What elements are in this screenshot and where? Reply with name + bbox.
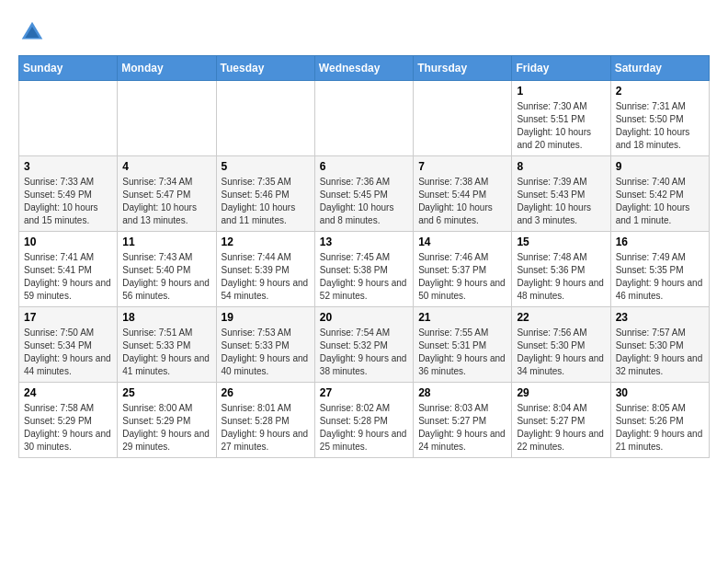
day-info: Sunrise: 7:34 AMSunset: 5:47 PMDaylight:… (122, 176, 210, 227)
day-info: Sunrise: 7:57 AMSunset: 5:30 PMDaylight:… (616, 327, 704, 378)
calendar-day: 2 Sunrise: 7:31 AMSunset: 5:50 PMDayligh… (610, 81, 709, 156)
calendar-day: 10 Sunrise: 7:41 AMSunset: 5:41 PMDaylig… (19, 232, 118, 307)
day-info: Sunrise: 8:02 AMSunset: 5:28 PMDaylight:… (320, 402, 408, 454)
day-info: Sunrise: 7:39 AMSunset: 5:43 PMDaylight:… (517, 176, 605, 227)
calendar-day: 9 Sunrise: 7:40 AMSunset: 5:42 PMDayligh… (610, 156, 709, 232)
calendar-day: 18 Sunrise: 7:51 AMSunset: 5:33 PMDaylig… (118, 307, 216, 383)
calendar-day: 16 Sunrise: 7:49 AMSunset: 5:35 PMDaylig… (610, 232, 709, 307)
weekday-header-wednesday: Wednesday (314, 56, 413, 81)
day-number: 14 (418, 236, 506, 248)
calendar-week-1: 3 Sunrise: 7:33 AMSunset: 5:49 PMDayligh… (19, 156, 710, 232)
page-header (18, 18, 710, 46)
calendar-day: 14 Sunrise: 7:46 AMSunset: 5:37 PMDaylig… (414, 232, 512, 307)
day-number: 17 (24, 311, 112, 324)
calendar-week-0: 1 Sunrise: 7:30 AMSunset: 5:51 PMDayligh… (19, 81, 710, 156)
day-number: 15 (517, 236, 605, 248)
calendar-day: 27 Sunrise: 8:02 AMSunset: 5:28 PMDaylig… (314, 383, 413, 458)
calendar-table: SundayMondayTuesdayWednesdayThursdayFrid… (18, 55, 710, 458)
day-info: Sunrise: 7:58 AMSunset: 5:29 PMDaylight:… (24, 402, 112, 454)
calendar-day (414, 81, 512, 156)
calendar-day: 29 Sunrise: 8:04 AMSunset: 5:27 PMDaylig… (512, 383, 610, 458)
calendar-week-4: 24 Sunrise: 7:58 AMSunset: 5:29 PMDaylig… (19, 383, 710, 458)
day-info: Sunrise: 7:38 AMSunset: 5:44 PMDaylight:… (418, 176, 506, 227)
calendar-day: 7 Sunrise: 7:38 AMSunset: 5:44 PMDayligh… (414, 156, 512, 232)
day-number: 24 (24, 386, 112, 399)
day-number: 25 (122, 386, 210, 399)
day-number: 27 (320, 386, 408, 399)
logo-icon (18, 18, 46, 46)
day-info: Sunrise: 7:35 AMSunset: 5:46 PMDaylight:… (222, 176, 310, 227)
day-info: Sunrise: 7:31 AMSunset: 5:50 PMDaylight:… (616, 100, 704, 152)
day-info: Sunrise: 7:55 AMSunset: 5:31 PMDaylight:… (418, 327, 506, 378)
day-info: Sunrise: 8:05 AMSunset: 5:26 PMDaylight:… (616, 402, 704, 454)
calendar-week-3: 17 Sunrise: 7:50 AMSunset: 5:34 PMDaylig… (19, 307, 710, 383)
calendar-header: SundayMondayTuesdayWednesdayThursdayFrid… (19, 56, 710, 81)
calendar-day (314, 81, 413, 156)
day-info: Sunrise: 7:45 AMSunset: 5:38 PMDaylight:… (320, 251, 408, 303)
calendar-body: 1 Sunrise: 7:30 AMSunset: 5:51 PMDayligh… (19, 81, 710, 458)
day-number: 5 (222, 160, 310, 173)
day-number: 11 (122, 236, 210, 248)
day-number: 4 (122, 160, 210, 173)
day-number: 23 (616, 311, 704, 324)
calendar-day: 25 Sunrise: 8:00 AMSunset: 5:29 PMDaylig… (118, 383, 216, 458)
day-info: Sunrise: 7:50 AMSunset: 5:34 PMDaylight:… (24, 327, 112, 378)
calendar-day: 26 Sunrise: 8:01 AMSunset: 5:28 PMDaylig… (216, 383, 314, 458)
calendar-day: 4 Sunrise: 7:34 AMSunset: 5:47 PMDayligh… (118, 156, 216, 232)
calendar-day: 11 Sunrise: 7:43 AMSunset: 5:40 PMDaylig… (118, 232, 216, 307)
logo (18, 18, 50, 46)
day-info: Sunrise: 7:54 AMSunset: 5:32 PMDaylight:… (320, 327, 408, 378)
day-info: Sunrise: 8:03 AMSunset: 5:27 PMDaylight:… (418, 402, 506, 454)
weekday-header-tuesday: Tuesday (216, 56, 314, 81)
day-info: Sunrise: 7:51 AMSunset: 5:33 PMDaylight:… (122, 327, 210, 378)
day-number: 7 (418, 160, 506, 173)
calendar-day: 5 Sunrise: 7:35 AMSunset: 5:46 PMDayligh… (216, 156, 314, 232)
day-number: 1 (517, 85, 605, 98)
day-number: 16 (616, 236, 704, 248)
day-number: 30 (616, 386, 704, 399)
calendar-day: 3 Sunrise: 7:33 AMSunset: 5:49 PMDayligh… (19, 156, 118, 232)
calendar-day: 12 Sunrise: 7:44 AMSunset: 5:39 PMDaylig… (216, 232, 314, 307)
calendar-day: 28 Sunrise: 8:03 AMSunset: 5:27 PMDaylig… (414, 383, 512, 458)
day-number: 10 (24, 236, 112, 248)
calendar-day: 24 Sunrise: 7:58 AMSunset: 5:29 PMDaylig… (19, 383, 118, 458)
calendar-day: 15 Sunrise: 7:48 AMSunset: 5:36 PMDaylig… (512, 232, 610, 307)
day-number: 22 (517, 311, 605, 324)
weekday-header-monday: Monday (118, 56, 216, 81)
calendar-day: 1 Sunrise: 7:30 AMSunset: 5:51 PMDayligh… (512, 81, 610, 156)
calendar-day (118, 81, 216, 156)
calendar-day: 13 Sunrise: 7:45 AMSunset: 5:38 PMDaylig… (314, 232, 413, 307)
calendar-day: 6 Sunrise: 7:36 AMSunset: 5:45 PMDayligh… (314, 156, 413, 232)
weekday-header-sunday: Sunday (19, 56, 118, 81)
weekday-header-thursday: Thursday (414, 56, 512, 81)
day-number: 8 (517, 160, 605, 173)
calendar-day (216, 81, 314, 156)
calendar-week-2: 10 Sunrise: 7:41 AMSunset: 5:41 PMDaylig… (19, 232, 710, 307)
day-number: 3 (24, 160, 112, 173)
weekday-header-row: SundayMondayTuesdayWednesdayThursdayFrid… (19, 56, 710, 81)
weekday-header-saturday: Saturday (610, 56, 709, 81)
day-number: 13 (320, 236, 408, 248)
day-info: Sunrise: 7:36 AMSunset: 5:45 PMDaylight:… (320, 176, 408, 227)
calendar-day: 22 Sunrise: 7:56 AMSunset: 5:30 PMDaylig… (512, 307, 610, 383)
day-number: 26 (222, 386, 310, 399)
day-number: 12 (222, 236, 310, 248)
day-info: Sunrise: 7:48 AMSunset: 5:36 PMDaylight:… (517, 251, 605, 303)
calendar-day: 23 Sunrise: 7:57 AMSunset: 5:30 PMDaylig… (610, 307, 709, 383)
day-info: Sunrise: 8:00 AMSunset: 5:29 PMDaylight:… (122, 402, 210, 454)
day-info: Sunrise: 8:01 AMSunset: 5:28 PMDaylight:… (222, 402, 310, 454)
calendar-day: 21 Sunrise: 7:55 AMSunset: 5:31 PMDaylig… (414, 307, 512, 383)
day-number: 19 (222, 311, 310, 324)
day-info: Sunrise: 7:56 AMSunset: 5:30 PMDaylight:… (517, 327, 605, 378)
calendar-day: 8 Sunrise: 7:39 AMSunset: 5:43 PMDayligh… (512, 156, 610, 232)
day-info: Sunrise: 7:46 AMSunset: 5:37 PMDaylight:… (418, 251, 506, 303)
calendar-day: 17 Sunrise: 7:50 AMSunset: 5:34 PMDaylig… (19, 307, 118, 383)
day-number: 28 (418, 386, 506, 399)
day-number: 20 (320, 311, 408, 324)
day-info: Sunrise: 7:33 AMSunset: 5:49 PMDaylight:… (24, 176, 112, 227)
day-info: Sunrise: 8:04 AMSunset: 5:27 PMDaylight:… (517, 402, 605, 454)
day-number: 2 (616, 85, 704, 98)
calendar-day: 20 Sunrise: 7:54 AMSunset: 5:32 PMDaylig… (314, 307, 413, 383)
calendar-day: 30 Sunrise: 8:05 AMSunset: 5:26 PMDaylig… (610, 383, 709, 458)
day-info: Sunrise: 7:43 AMSunset: 5:40 PMDaylight:… (122, 251, 210, 303)
